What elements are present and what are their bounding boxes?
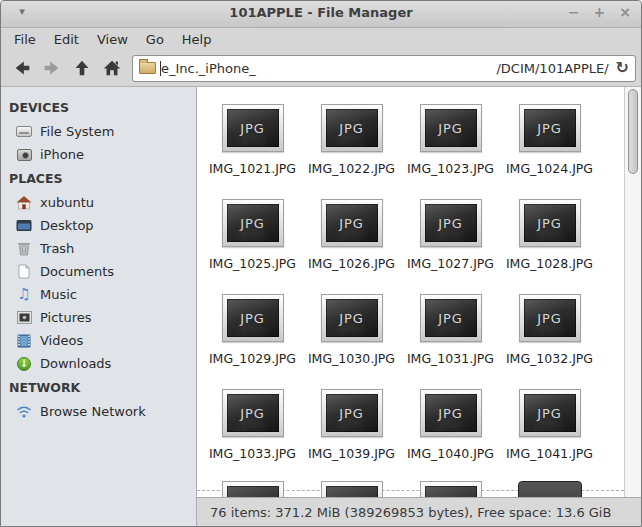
jpg-badge: JPG (537, 311, 562, 326)
sidebar-item-label: Desktop (40, 218, 94, 233)
menu-help[interactable]: Help (173, 30, 221, 49)
videos-icon (15, 333, 33, 349)
sidebar-item-label: File System (40, 124, 114, 139)
folder-icon (139, 62, 156, 74)
close-button[interactable]: × (619, 4, 631, 20)
minimize-button[interactable]: − (568, 4, 580, 20)
sidebar-item-videos[interactable]: Videos (1, 329, 196, 352)
file-item[interactable]: JPG IMG_1040.JPG (401, 384, 500, 479)
file-item[interactable]: JPG IMG_1025.JPG (203, 194, 302, 289)
file-item[interactable]: JPG IMG_1029.JPG (203, 289, 302, 384)
pictures-icon (15, 310, 33, 326)
partial-file-icon[interactable] (222, 481, 284, 497)
sidebar-item-downloads[interactable]: ↓ Downloads (1, 352, 196, 375)
title-bar[interactable]: ▾ 101APPLE - File Manager − + × (1, 1, 641, 28)
jpg-thumbnail-icon: JPG (519, 199, 581, 247)
back-arrow-icon (11, 57, 33, 79)
sidebar-item-iphone[interactable]: iPhone (1, 143, 196, 166)
jpg-badge: JPG (438, 406, 463, 421)
partial-file-icon-plain[interactable] (518, 481, 582, 497)
file-item[interactable]: JPG IMG_1039.JPG (302, 384, 401, 479)
location-entry[interactable]: e_Inc._iPhone_ /DCIM/101APPLE/ ↻ (132, 55, 636, 82)
file-name-label: IMG_1039.JPG (308, 446, 395, 461)
jpg-thumbnail-icon: JPG (420, 389, 482, 437)
partial-file-icon[interactable] (321, 481, 383, 497)
sidebar-header-devices: DEVICES (1, 95, 196, 120)
sidebar-item-desktop[interactable]: Desktop (1, 214, 196, 237)
sidebar-item-label: Downloads (40, 356, 111, 371)
jpg-badge: JPG (537, 121, 562, 136)
jpg-badge: JPG (240, 121, 265, 136)
maximize-button[interactable]: + (594, 4, 606, 20)
home-icon (101, 57, 123, 79)
file-view[interactable]: JPG IMG_1021.JPG JPG IMG_1022.JPG JPG IM… (197, 87, 641, 497)
jpg-thumbnail-icon: JPG (321, 199, 383, 247)
file-grid: JPG IMG_1021.JPG JPG IMG_1022.JPG JPG IM… (197, 87, 641, 497)
up-arrow-icon (71, 57, 93, 79)
window-controls: − + × (568, 4, 631, 20)
jpg-badge: JPG (438, 216, 463, 231)
home-button[interactable] (97, 54, 127, 82)
forward-button[interactable] (37, 54, 67, 82)
file-name-label: IMG_1033.JPG (209, 446, 296, 461)
menu-go[interactable]: Go (137, 30, 173, 49)
music-note-icon: ♫ (15, 287, 33, 303)
jpg-badge: JPG (438, 311, 463, 326)
menu-view[interactable]: View (88, 30, 137, 49)
file-item[interactable]: JPG IMG_1022.JPG (302, 99, 401, 194)
up-button[interactable] (67, 54, 97, 82)
sidebar-item-label: Trash (40, 241, 74, 256)
sidebar-item-label: Browse Network (40, 404, 146, 419)
file-item[interactable]: JPG IMG_1027.JPG (401, 194, 500, 289)
file-item[interactable]: JPG IMG_1033.JPG (203, 384, 302, 479)
back-button[interactable] (7, 54, 37, 82)
jpg-badge: JPG (339, 216, 364, 231)
sidebar-header-network: NETWORK (1, 375, 196, 400)
file-name-label: IMG_1040.JPG (407, 446, 494, 461)
sidebar-item-trash[interactable]: Trash (1, 237, 196, 260)
sidebar-item-pictures[interactable]: Pictures (1, 306, 196, 329)
file-name-label: IMG_1041.JPG (506, 446, 593, 461)
file-item[interactable]: JPG IMG_1024.JPG (500, 99, 599, 194)
file-item[interactable]: JPG IMG_1030.JPG (302, 289, 401, 384)
sidebar-item-home[interactable]: xubuntu (1, 191, 196, 214)
file-item[interactable]: JPG IMG_1031.JPG (401, 289, 500, 384)
file-item[interactable]: JPG IMG_1032.JPG (500, 289, 599, 384)
scrollbar-thumb[interactable] (628, 89, 638, 174)
sidebar-item-file-system[interactable]: File System (1, 120, 196, 143)
jpg-thumbnail-icon: JPG (420, 104, 482, 152)
window-body: DEVICES File System iPhone PLACES xubunt… (1, 87, 641, 526)
house-icon (15, 195, 33, 211)
vertical-scrollbar[interactable] (624, 87, 641, 497)
file-name-label: IMG_1032.JPG (506, 351, 593, 366)
window-title: 101APPLE - File Manager (1, 5, 641, 20)
file-name-label: IMG_1027.JPG (407, 256, 494, 271)
menu-file[interactable]: File (5, 30, 45, 49)
sidebar: DEVICES File System iPhone PLACES xubunt… (1, 87, 197, 526)
jpg-badge: JPG (240, 216, 265, 231)
file-item[interactable]: JPG IMG_1028.JPG (500, 194, 599, 289)
jpg-thumbnail-icon: JPG (519, 389, 581, 437)
partial-file-icon[interactable] (420, 481, 482, 497)
file-item[interactable]: JPG IMG_1026.JPG (302, 194, 401, 289)
sidebar-item-label: iPhone (40, 147, 84, 162)
jpg-thumbnail-icon: JPG (519, 104, 581, 152)
desktop-icon (15, 218, 33, 234)
sidebar-item-music[interactable]: ♫ Music (1, 283, 196, 306)
jpg-thumbnail-icon: JPG (222, 199, 284, 247)
reload-icon[interactable]: ↻ (616, 60, 629, 76)
sidebar-item-documents[interactable]: Documents (1, 260, 196, 283)
toolbar: e_Inc._iPhone_ /DCIM/101APPLE/ ↻ (1, 50, 641, 87)
file-manager-window: ▾ 101APPLE - File Manager − + × File Edi… (0, 0, 642, 527)
sidebar-item-browse-network[interactable]: Browse Network (1, 400, 196, 423)
location-text-right: /DCIM/101APPLE/ (496, 61, 608, 76)
file-item[interactable]: JPG IMG_1023.JPG (401, 99, 500, 194)
camera-icon (15, 147, 33, 163)
file-item[interactable]: JPG IMG_1041.JPG (500, 384, 599, 479)
jpg-badge: JPG (339, 311, 364, 326)
file-name-label: IMG_1023.JPG (407, 161, 494, 176)
document-icon (15, 264, 33, 280)
jpg-badge: JPG (537, 406, 562, 421)
file-item[interactable]: JPG IMG_1021.JPG (203, 99, 302, 194)
menu-edit[interactable]: Edit (45, 30, 88, 49)
